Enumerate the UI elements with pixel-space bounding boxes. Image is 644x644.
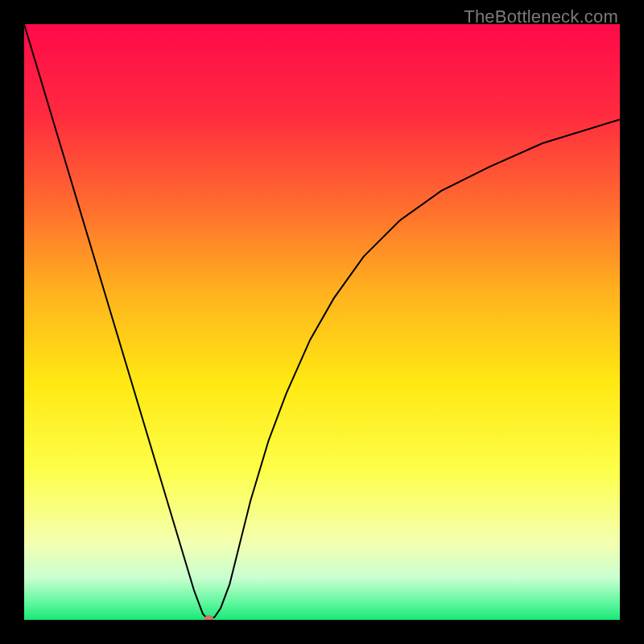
- chart-container: [24, 24, 620, 620]
- bottleneck-chart: [24, 24, 620, 620]
- watermark: TheBottleneck.com: [464, 6, 618, 27]
